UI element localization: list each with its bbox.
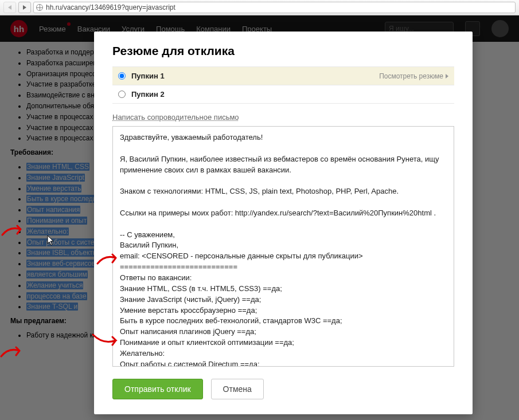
- browser-bar: hh.ru/vacancy/13469619?query=javascript: [0, 0, 519, 15]
- chevron-right-icon: [446, 74, 448, 78]
- avatar[interactable]: [491, 20, 509, 37]
- resume-option-2[interactable]: Пупкин 2: [112, 85, 454, 103]
- cancel-button[interactable]: Отмена: [211, 379, 264, 399]
- cover-letter-textarea[interactable]: [112, 126, 454, 367]
- resume-radio[interactable]: [118, 91, 126, 98]
- arrow-left-icon: [8, 5, 11, 10]
- arrow-right-icon: [23, 5, 26, 10]
- site-logo[interactable]: hh: [10, 20, 28, 37]
- url-text: hh.ru/vacancy/13469619?query=javascript: [46, 3, 175, 11]
- resume-selector: Пупкин 1 Посмотреть резюме Пупкин 2: [112, 66, 454, 104]
- write-cover-letter-link[interactable]: Написать сопроводительное письмо: [112, 113, 239, 121]
- resume-radio[interactable]: [118, 72, 126, 80]
- nav-resume[interactable]: Резюме: [39, 25, 66, 33]
- url-bar[interactable]: hh.ru/vacancy/13469619?query=javascript: [33, 2, 516, 13]
- annotation-arrow-icon: [0, 345, 23, 359]
- submit-button[interactable]: Отправить отклик: [112, 379, 203, 399]
- forward-button[interactable]: [18, 2, 31, 13]
- back-button[interactable]: [3, 2, 16, 13]
- resume-option-1[interactable]: Пупкин 1 Посмотреть резюме: [112, 67, 454, 85]
- resume-name: Пупкин 2: [131, 90, 165, 99]
- globe-icon: [36, 4, 43, 11]
- modal-footer: Отправить отклик Отмена: [112, 379, 454, 399]
- resume-name: Пупкин 1: [131, 72, 165, 80]
- response-modal: Резюме для отклика Пупкин 1 Посмотреть р…: [94, 32, 473, 414]
- modal-title: Резюме для отклика: [112, 44, 454, 58]
- view-resume-link[interactable]: Посмотреть резюме: [379, 72, 448, 80]
